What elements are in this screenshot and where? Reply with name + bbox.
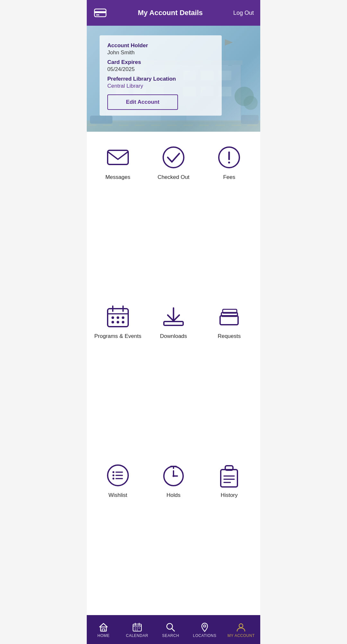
svg-point-76 [137,628,138,629]
svg-point-61 [173,475,174,477]
svg-point-35 [228,162,230,163]
logout-button[interactable]: Log Out [233,10,254,16]
svg-point-75 [135,628,136,629]
stack-icon [216,304,242,329]
checked-out-label: Checked Out [157,174,189,181]
svg-rect-25 [90,116,112,124]
menu-item-wishlist[interactable]: Wishlist [90,456,146,612]
svg-point-54 [112,474,114,476]
expires-value: 05/24/2025 [107,66,214,73]
nav-item-locations[interactable]: LOCATIONS [193,622,217,638]
nav-my-account-label: MY ACCOUNT [227,633,255,638]
checkmark-circle-icon [161,145,186,170]
svg-line-81 [172,629,174,631]
svg-point-43 [111,321,114,323]
nav-item-my-account[interactable]: MY ACCOUNT [227,622,255,638]
nav-home-label: HOME [97,633,110,638]
nav-search-label: SEARCH [162,633,179,638]
svg-rect-1 [94,11,106,13]
svg-point-41 [117,316,119,319]
menu-item-programs-events[interactable]: Programs & Events [90,297,146,453]
svg-rect-64 [221,470,237,487]
menu-item-history[interactable]: History [201,456,257,612]
svg-point-52 [112,471,114,473]
svg-rect-26 [241,115,259,124]
holder-label: Account Holder [107,42,214,49]
svg-point-40 [111,316,114,319]
nav-calendar-icon [132,622,142,632]
nav-my-account-icon [236,622,246,632]
svg-point-45 [122,321,124,323]
messages-label: Messages [105,174,130,181]
downloads-label: Downloads [160,333,187,340]
exclamation-circle-icon [216,145,242,170]
list-circle-icon [105,463,131,488]
location-value: Central Library [107,83,214,89]
card-icon [93,6,107,20]
edit-account-button[interactable]: Edit Account [107,94,178,110]
bottom-navigation: HOME CALENDAR SEARCH LOCATIONS [87,615,260,644]
menu-item-requests[interactable]: Requests [201,297,257,453]
nav-item-search[interactable]: SEARCH [159,622,182,638]
nav-locations-icon [200,622,209,632]
fees-label: Fees [223,174,235,181]
requests-label: Requests [218,333,241,340]
nav-search-icon [166,622,175,632]
svg-point-77 [138,628,139,629]
svg-point-78 [135,630,136,631]
svg-point-56 [112,478,114,480]
svg-point-79 [137,630,138,631]
menu-item-checked-out[interactable]: Checked Out [146,138,201,294]
menu-item-messages[interactable]: Messages [90,138,146,294]
menu-item-holds[interactable]: Holds [146,456,201,612]
nav-locations-label: LOCATIONS [193,633,217,638]
hero-section: Account Holder John Smith Card Expires 0… [87,26,260,132]
svg-rect-31 [108,150,128,164]
svg-point-44 [117,321,119,323]
location-label: Preferred Library Location [107,76,214,82]
download-icon [161,304,186,329]
programs-calendar-icon [105,304,131,329]
message-icon [105,145,131,170]
svg-rect-48 [220,316,238,325]
history-label: History [221,492,238,498]
svg-point-42 [122,316,124,319]
programs-events-label: Programs & Events [94,333,141,340]
svg-point-32 [163,147,184,168]
svg-rect-46 [164,322,183,325]
home-icon [99,622,108,632]
svg-point-30 [244,96,258,110]
holds-label: Holds [166,492,180,498]
wishlist-label: Wishlist [108,492,127,498]
page-title: My Account Details [138,9,203,17]
svg-rect-2 [96,14,99,15]
nav-calendar-label: CALENDAR [126,633,148,638]
app-header: My Account Details Log Out [87,0,260,26]
clipboard-icon [216,463,242,488]
expires-label: Card Expires [107,59,214,66]
menu-item-downloads[interactable]: Downloads [146,297,201,453]
nav-item-home[interactable]: HOME [92,622,115,638]
menu-item-fees[interactable]: Fees [201,138,257,294]
clock-icon [161,463,186,488]
holder-name: John Smith [107,49,214,56]
nav-item-calendar[interactable]: CALENDAR [126,622,148,638]
svg-point-82 [204,625,206,627]
menu-grid: Messages Checked Out Fees [87,132,260,615]
svg-point-83 [239,624,243,628]
account-card: Account Holder John Smith Card Expires 0… [100,35,222,116]
svg-rect-23 [87,120,260,132]
